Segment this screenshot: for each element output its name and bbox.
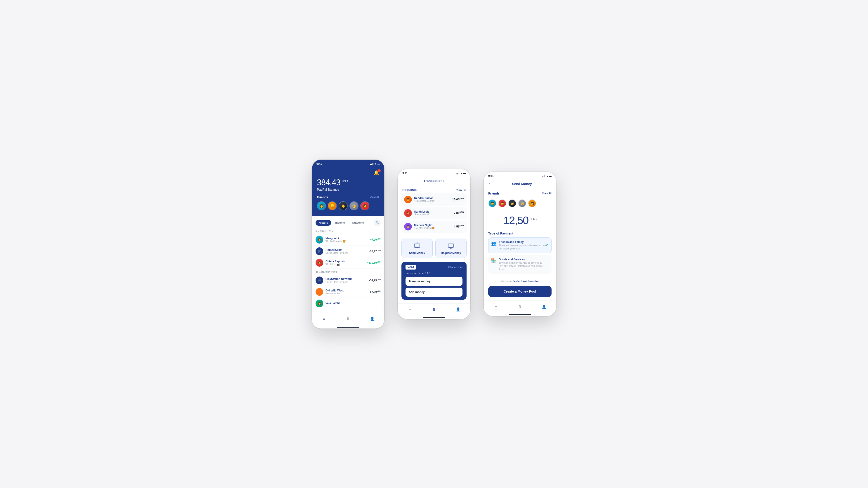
avatar-3[interactable]: 👨 <box>339 201 348 210</box>
bell-icon[interactable]: 🔔 1 <box>374 170 379 175</box>
list-item[interactable]: 👩 Sarah Levis "Restaurant bill" 7,80USD <box>401 207 467 219</box>
balance-label: PayPal Balance <box>317 188 379 191</box>
friend-avatar-4[interactable]: 🧓 <box>518 199 526 207</box>
action-row: Send Money Request Money <box>398 237 470 261</box>
status-icons-2: ▲ ▬ <box>456 172 466 174</box>
home-bar-1 <box>337 327 360 328</box>
req-desc: "Restaurant bill" <box>414 213 452 216</box>
phone1-header: 🔔 1 384,43USD PayPal Balance Friends Vie… <box>312 168 384 216</box>
request-money-button[interactable]: Request Money <box>435 238 467 258</box>
view-all-button-1[interactable]: View All <box>370 196 379 199</box>
buyer-protection-text: More about PayPal Buyer Protection <box>484 278 556 284</box>
request-money-label: Request Money <box>438 252 464 255</box>
table-row[interactable]: 👩 Menghe Li "For McDonald's 🍔" +7,90USD <box>315 234 381 246</box>
tab-income[interactable]: Income <box>332 220 348 226</box>
tx-info: Chiara Esposito "For Nikon 📷" <box>326 260 365 266</box>
tabs-row: History Income Outcome 🔍 <box>315 219 381 226</box>
payment-opt-info-1: Friends and Family These are personal pa… <box>499 240 549 250</box>
req-info: Michela Niglio "For McDonald's 🍔" <box>414 224 452 229</box>
list-item[interactable]: 👨 Kendrik Tamar "Present for George" 15,… <box>401 193 467 205</box>
add-money-option[interactable]: Add money › <box>405 288 463 297</box>
requests-label: Requests <box>402 188 416 192</box>
payment-opt-desc-1: These are personal payments between you … <box>499 244 549 250</box>
search-button[interactable]: 🔍 <box>374 219 381 226</box>
requests-list: 👨 Kendrik Tamar "Present for George" 15,… <box>398 193 470 237</box>
payment-opt-title-2: Goods and Services <box>499 258 549 261</box>
card-top: VISA Change card <box>405 265 463 269</box>
tx-name: Vala Lamba <box>326 302 378 305</box>
send-amount: 12,50 EUR ▾ <box>503 215 536 226</box>
tab-outcome[interactable]: Outcome <box>349 220 367 226</box>
avatar: 🎮 <box>315 276 323 284</box>
currency-label: EUR ▾ <box>529 217 536 221</box>
bottom-nav-2: ≡ ⇅ 👤 <box>398 303 470 317</box>
nav-list-icon[interactable]: ≡ <box>407 306 413 313</box>
nav-profile-icon[interactable]: 👤 <box>369 316 375 322</box>
wifi-icon-2: ▲ <box>460 172 463 174</box>
tx-info: Menghe Li "For McDonald's 🍔" <box>326 237 368 242</box>
view-all-button-3[interactable]: View All <box>542 192 552 195</box>
signal-icon-2 <box>456 172 459 174</box>
phone2-header: Transactions <box>398 177 470 185</box>
friend-avatar-1[interactable]: 👩 <box>488 199 496 207</box>
payment-type-section: Type of Payment 👥 Friends and Family The… <box>484 229 556 278</box>
friend-avatar-3[interactable]: 👨 <box>508 199 516 207</box>
avatar: 👩 <box>315 259 323 267</box>
table-row[interactable]: 🛒 Amazon.com Online Store Payment -33,17… <box>315 246 381 257</box>
goods-services-icon: 🏪 <box>491 258 496 263</box>
create-money-pool-button[interactable]: Create a Money Pool <box>488 286 552 297</box>
signal-icon-1 <box>370 163 373 165</box>
avatar-2[interactable]: 👱 <box>328 201 337 210</box>
chevron-right-icon: › <box>458 290 459 294</box>
friends-family-option[interactable]: 👥 Friends and Family These are personal … <box>488 237 552 253</box>
tx-amount: +130,50USD <box>367 261 381 264</box>
tx-info: PlayStation Network Online Store Payment <box>326 278 367 283</box>
home-bar-3 <box>508 314 531 315</box>
wifi-icon-3: ▲ <box>546 175 548 177</box>
avatar-4[interactable]: 🧓 <box>349 201 359 210</box>
tx-name: Chiara Esposito <box>326 260 365 263</box>
back-button[interactable]: ← <box>488 182 492 186</box>
tx-name: Amazon.com <box>326 248 367 252</box>
req-name: Kendrik Tamar <box>414 197 450 200</box>
view-all-button-2[interactable]: View All <box>456 188 466 191</box>
signal-icon-3 <box>542 175 545 177</box>
table-row[interactable]: 🎮 PlayStation Network Online Store Payme… <box>315 275 381 286</box>
nav-transfer-icon[interactable]: ⇅ <box>345 316 351 322</box>
tx-name: Menghe Li <box>326 237 368 240</box>
buyer-protection-link[interactable]: PayPal Buyer Protection <box>513 280 539 283</box>
table-row[interactable]: 🍴 Old Wild West Restaurant Bill -57,80US… <box>315 286 381 298</box>
avatar-5[interactable]: 👩 <box>360 201 369 210</box>
list-item[interactable]: 👩 Michela Niglio "For McDonald's 🍔" 4,55… <box>401 221 467 233</box>
phone3-header: ← Send Money <box>484 180 556 189</box>
currency-dropdown[interactable]: ▾ <box>535 218 536 221</box>
nav-list-icon[interactable]: ≡ <box>493 303 499 310</box>
bottom-nav-3: ≡ ⇅ 👤 <box>484 300 556 314</box>
card-section: VISA Change card •••• •••• ••••010 Trans… <box>401 262 467 300</box>
req-name: Michela Niglio <box>414 224 452 227</box>
tx-amount: +7,90USD <box>370 238 381 241</box>
change-card-button[interactable]: Change card <box>448 266 463 268</box>
send-money-button[interactable]: Send Money <box>401 238 433 258</box>
transfer-money-option[interactable]: Transfer money › <box>405 277 463 286</box>
friend-avatar-5[interactable]: 👩 <box>528 199 536 207</box>
nav-transfer-icon[interactable]: ⇅ <box>517 303 523 310</box>
chevron-right-icon: › <box>458 280 459 283</box>
friend-avatar-2[interactable]: 👩 <box>498 199 506 207</box>
nav-transfer-icon[interactable]: ⇅ <box>431 306 437 313</box>
tx-name: PlayStation Network <box>326 278 367 281</box>
goods-services-option[interactable]: 🏪 Goods and Services Buying something? Y… <box>488 255 552 273</box>
nav-profile-icon[interactable]: 👤 <box>455 306 461 313</box>
avatar: 👩 <box>315 236 323 243</box>
nav-profile-icon[interactable]: 👤 <box>541 303 547 310</box>
table-row[interactable]: 👩 Vala Lamba <box>315 298 381 309</box>
scene: 9:41 ▲ ▬ 🔔 1 384,43USD PayPal Balance <box>0 0 868 488</box>
tx-info: Amazon.com Online Store Payment <box>326 248 367 254</box>
table-row[interactable]: 👩 Chiara Esposito "For Nikon 📷" +130,50U… <box>315 257 381 269</box>
tab-history[interactable]: History <box>315 220 331 226</box>
avatar-1[interactable]: 👩 <box>317 201 326 210</box>
notch-2 <box>423 169 445 174</box>
req-amount: 7,80USD <box>454 211 464 215</box>
screen-title-3: Send Money <box>492 182 552 186</box>
nav-list-icon[interactable]: ≡ <box>321 316 327 322</box>
